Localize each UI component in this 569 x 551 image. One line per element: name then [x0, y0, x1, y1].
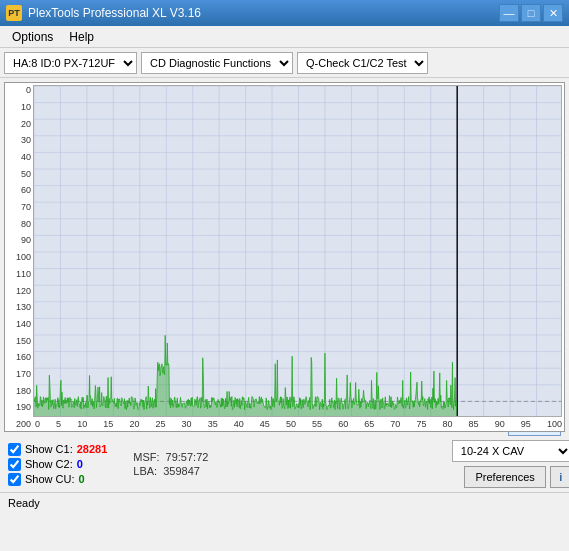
x-axis-labels: 0 5 10 15 20 25 30 35 40 45 50 55 60 65 …: [33, 417, 564, 431]
lba-label: LBA:: [133, 465, 157, 477]
c1-value: 28281: [77, 443, 108, 455]
speed-select[interactable]: 10-24 X CAV: [452, 440, 569, 462]
c1-label: Show C1:: [25, 443, 73, 455]
window-title: PlexTools Professional XL V3.16: [28, 6, 201, 20]
status-text: Ready: [8, 497, 40, 509]
menu-help[interactable]: Help: [61, 28, 102, 46]
lba-value: 359847: [163, 465, 200, 477]
status-bar: Ready: [0, 492, 569, 512]
checkbox-column: Show C1: 28281 Show C2: 0 Show CU: 0: [8, 443, 107, 486]
close-button[interactable]: ✕: [543, 4, 563, 22]
msf-value: 79:57:72: [166, 451, 209, 463]
test-select[interactable]: Q-Check C1/C2 Test: [297, 52, 428, 74]
title-bar: PT PlexTools Professional XL V3.16 — □ ✕: [0, 0, 569, 26]
preferences-button[interactable]: Preferences: [464, 466, 545, 488]
chart-plot-area: [33, 85, 562, 417]
maximize-button[interactable]: □: [521, 4, 541, 22]
cu-checkbox-row: Show CU: 0: [8, 473, 107, 486]
c2-checkbox-row: Show C2: 0: [8, 458, 107, 471]
cu-label: Show CU:: [25, 473, 75, 485]
stats-column: MSF: 79:57:72 LBA: 359847: [133, 451, 208, 477]
cu-value: 0: [79, 473, 85, 485]
bottom-controls: Preferences i: [464, 466, 569, 488]
app-icon: PT: [6, 5, 22, 21]
cu-checkbox[interactable]: [8, 473, 21, 486]
function-select[interactable]: CD Diagnostic Functions: [141, 52, 293, 74]
lba-row: LBA: 359847: [133, 465, 208, 477]
info-button[interactable]: i: [550, 466, 569, 488]
msf-row: MSF: 79:57:72: [133, 451, 208, 463]
bottom-panel: Show C1: 28281 Show C2: 0 Show CU: 0 MSF…: [0, 436, 569, 492]
toolbar: HA:8 ID:0 PX-712UF CD Diagnostic Functio…: [0, 48, 569, 78]
c2-value: 0: [77, 458, 83, 470]
window-controls: — □ ✕: [499, 4, 563, 22]
menu-bar: Options Help: [0, 26, 569, 48]
c1-checkbox[interactable]: [8, 443, 21, 456]
c2-checkbox[interactable]: [8, 458, 21, 471]
msf-label: MSF:: [133, 451, 159, 463]
c2-label: Show C2:: [25, 458, 73, 470]
minimize-button[interactable]: —: [499, 4, 519, 22]
chart-container: 200 190 180 170 160 150 140 130 120 110 …: [4, 82, 565, 432]
c1-checkbox-row: Show C1: 28281: [8, 443, 107, 456]
chart-canvas: [34, 86, 562, 417]
drive-select[interactable]: HA:8 ID:0 PX-712UF: [4, 52, 137, 74]
menu-options[interactable]: Options: [4, 28, 61, 46]
controls-column: 10-24 X CAV Preferences i: [452, 440, 569, 488]
y-axis-labels: 200 190 180 170 160 150 140 130 120 110 …: [5, 83, 33, 431]
